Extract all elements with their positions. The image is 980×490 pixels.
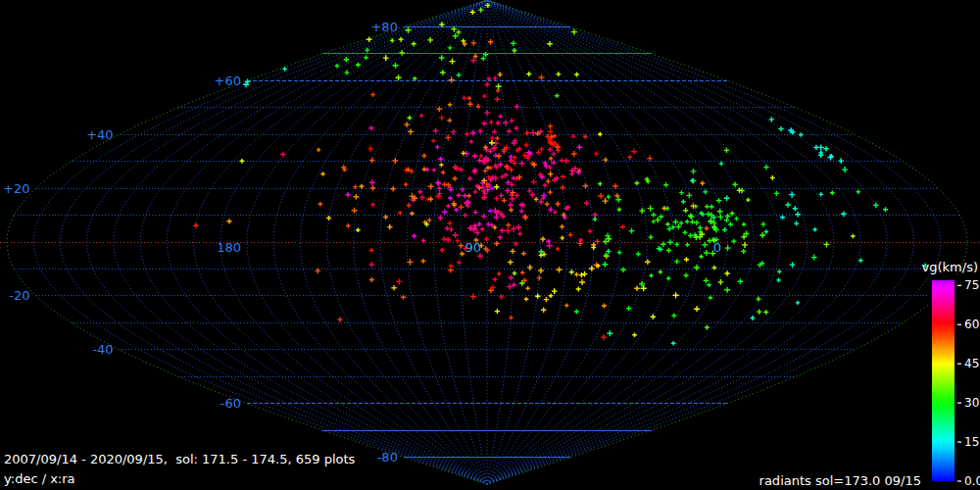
radiant-point — [579, 279, 585, 285]
radiant-point — [556, 247, 560, 251]
radiant-point — [396, 278, 402, 284]
radiant-point — [717, 214, 723, 220]
radiant-point — [634, 286, 639, 291]
radiant-point — [317, 148, 320, 152]
radiant-point — [496, 83, 502, 89]
radiant-point — [541, 308, 546, 313]
colorbar-tick-label: 30.0 — [964, 396, 980, 410]
radiant-point — [704, 250, 710, 256]
radiant-point — [456, 239, 461, 244]
dec-axis-label: +60 — [215, 74, 241, 88]
radiant-point — [433, 128, 439, 134]
radiant-point — [345, 71, 350, 75]
radiant-point — [796, 301, 800, 305]
radiant-point — [569, 270, 574, 274]
radiant-point — [459, 204, 465, 210]
radiant-point — [226, 219, 231, 223]
radiant-point — [564, 158, 569, 164]
radiant-point — [503, 120, 509, 125]
radiant-point — [483, 169, 488, 173]
radiants-sol-label: radiants sol=173.0 09/15 — [760, 473, 921, 488]
radiant-point — [631, 149, 637, 155]
radiant-point — [453, 232, 459, 238]
radiant-point — [626, 306, 631, 311]
radiant-point — [741, 249, 746, 254]
grid-meridian — [487, 0, 860, 484]
radiant-point — [481, 214, 486, 219]
radiant-point — [705, 226, 710, 231]
radiant-point — [694, 220, 700, 225]
radiant-point — [370, 202, 375, 207]
dec-axis-label: +80 — [370, 20, 397, 34]
radiant-point — [595, 239, 600, 244]
radiant-point — [524, 297, 529, 302]
radiant-point — [431, 139, 436, 144]
radiant-point — [473, 190, 478, 195]
radiant-point — [514, 125, 518, 130]
radiant-point — [838, 158, 844, 164]
radiant-point — [728, 221, 733, 226]
radiant-point — [671, 314, 676, 318]
radiant-point — [547, 243, 553, 249]
radiant-point — [603, 198, 609, 204]
radiant-point — [707, 283, 711, 288]
dec-axis-label: -80 — [377, 450, 398, 465]
radiant-point — [473, 210, 478, 215]
radiant-point — [488, 209, 493, 214]
radiant-point — [777, 270, 781, 273]
radiant-point — [651, 213, 656, 218]
radiant-point — [819, 192, 824, 197]
radiant-sky-map: +80+60+40+20-20-40-60-8018090027075.060.… — [0, 0, 980, 490]
radiant-point — [706, 212, 711, 218]
radiant-point — [769, 117, 774, 122]
radiant-point — [517, 231, 522, 236]
radiant-point — [700, 181, 705, 186]
radiant-point — [439, 55, 444, 60]
radiant-point — [525, 286, 529, 290]
radiant-point — [655, 218, 661, 223]
radiant-point — [441, 171, 446, 175]
radiant-point — [428, 196, 433, 201]
radiant-point — [823, 241, 829, 247]
radiant-point — [346, 223, 351, 228]
radiant-point — [574, 310, 579, 315]
radiant-point — [495, 136, 499, 140]
radiant-point — [576, 287, 581, 292]
radiant-point — [500, 228, 505, 233]
radiant-point — [498, 235, 503, 240]
radiant-point — [417, 189, 422, 194]
radiant-point — [651, 315, 656, 319]
radiant-point — [555, 93, 560, 98]
radiant-point — [370, 185, 375, 190]
radiant-point — [560, 236, 564, 241]
radiant-point — [790, 262, 796, 268]
radiant-point — [724, 218, 729, 222]
colorbar-tick-label: 75.0 — [964, 278, 980, 292]
radiant-point — [617, 250, 622, 255]
radiant-point — [440, 248, 445, 253]
radiant-point — [427, 37, 433, 43]
radiant-point — [463, 213, 467, 218]
radiant-point — [456, 29, 461, 34]
radiant-point — [553, 210, 558, 215]
radiant-point — [492, 129, 497, 134]
colorbar-title: vg(km/s) — [922, 260, 978, 274]
ra-axis-label: 90 — [465, 240, 481, 255]
radiant-point — [407, 259, 413, 265]
colorbar-gradient — [932, 280, 955, 481]
radiant-point — [691, 169, 697, 174]
radiant-point — [493, 75, 498, 80]
radiant-point — [456, 193, 461, 198]
radiant-point — [577, 145, 582, 150]
radiant-point — [712, 266, 717, 270]
radiant-point — [482, 94, 487, 99]
radiant-point — [730, 211, 735, 216]
radiant-point — [703, 189, 708, 194]
radiant-point — [404, 182, 408, 186]
radiant-point — [398, 211, 402, 215]
radiant-point — [453, 33, 459, 39]
radiant-point — [509, 208, 514, 213]
radiant-point — [725, 214, 731, 220]
radiant-point — [561, 185, 566, 191]
radiant-point — [522, 153, 528, 159]
